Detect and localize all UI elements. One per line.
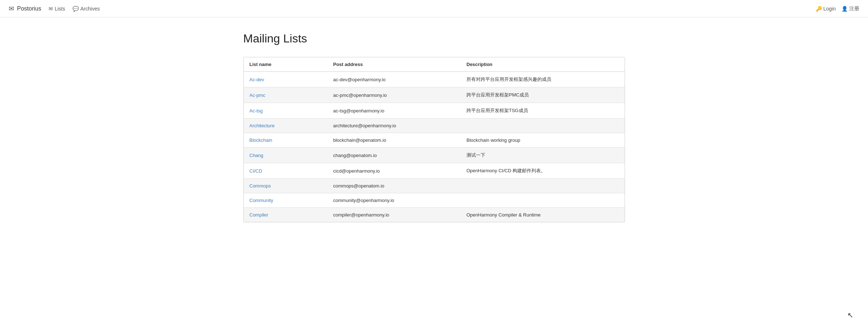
navbar-left: ✉ Postorius ✉ Lists 💬 Archives [9, 5, 100, 13]
table-row: Architecturearchitecture@openharmony.io [244, 119, 625, 133]
table-row: Ac-tsgac-tsg@openharmony.io跨平台应用开发框架TSG成… [244, 103, 625, 119]
table-row: CI/CDcicd@openharmony.ioOpenHarmony CI/C… [244, 163, 625, 179]
table-cell-post-address: architecture@openharmony.io [328, 119, 461, 133]
table-cell-list-name: Commops [244, 179, 328, 193]
register-label: 注册 [849, 5, 859, 12]
table-cell-description: OpenHarmony Compiler & Runtime [461, 208, 625, 222]
table-cell-description: 跨平台应用开发框架PMC成员 [461, 87, 625, 103]
login-link[interactable]: 🔑 Login [816, 6, 836, 12]
table-row: Communitycommunity@openharmony.io [244, 193, 625, 208]
brand-icon: ✉ [9, 5, 14, 13]
register-link[interactable]: 👤 注册 [842, 5, 859, 12]
table-cell-list-name: Chang [244, 148, 328, 163]
list-name-link[interactable]: Chang [250, 153, 263, 158]
table-cell-description: 所有对跨平台应用开发框架感兴趣的成员 [461, 72, 625, 87]
list-name-link[interactable]: Ac-dev [250, 77, 264, 82]
col-header-list-name: List name [244, 57, 328, 72]
col-header-description: Description [461, 57, 625, 72]
nav-archives-link[interactable]: 💬 Archives [73, 6, 100, 12]
table-cell-description: 跨平台应用开发框架TSG成员 [461, 103, 625, 119]
table-cell-post-address: commops@openatom.io [328, 179, 461, 193]
table-row: Commopscommops@openatom.io [244, 179, 625, 193]
list-name-link[interactable]: Ac-tsg [250, 108, 263, 114]
list-name-link[interactable]: Commops [250, 183, 271, 189]
nav-lists-label: Lists [55, 6, 65, 12]
list-name-link[interactable]: Compiler [250, 212, 268, 218]
table-cell-description: 测试一下 [461, 148, 625, 163]
table-cell-description [461, 119, 625, 133]
table-header-row: List name Post address Description [244, 57, 625, 72]
table-cell-description [461, 179, 625, 193]
table-cell-list-name: Ac-tsg [244, 103, 328, 119]
table-cell-post-address: ac-pmc@openharmony.io [328, 87, 461, 103]
brand-link[interactable]: ✉ Postorius [9, 5, 41, 13]
table-cell-post-address: blockchain@openatom.io [328, 133, 461, 148]
table-cell-post-address: chang@openatom.io [328, 148, 461, 163]
table-cell-list-name: Compiler [244, 208, 328, 222]
list-name-link[interactable]: Architecture [250, 123, 275, 128]
table-cell-description: Blockchain working group [461, 133, 625, 148]
nav-archives-label: Archives [81, 6, 100, 12]
col-header-post-address: Post address [328, 57, 461, 72]
table-row: Changchang@openatom.io测试一下 [244, 148, 625, 163]
archives-icon: 💬 [73, 6, 79, 12]
table-body: Ac-devac-dev@openharmony.io所有对跨平台应用开发框架感… [244, 72, 625, 222]
table-cell-list-name: Ac-dev [244, 72, 328, 87]
mailing-list-table-wrapper: List name Post address Description Ac-de… [243, 57, 625, 222]
table-cell-description [461, 193, 625, 208]
table-cell-list-name: Architecture [244, 119, 328, 133]
login-icon: 🔑 [816, 6, 822, 12]
nav-lists-link[interactable]: ✉ Lists [49, 6, 65, 12]
table-cell-list-name: Blockchain [244, 133, 328, 148]
table-row: Compilercompiler@openharmony.ioOpenHarmo… [244, 208, 625, 222]
list-name-link[interactable]: CI/CD [250, 168, 262, 174]
table-row: Ac-devac-dev@openharmony.io所有对跨平台应用开发框架感… [244, 72, 625, 87]
list-name-link[interactable]: Community [250, 198, 273, 203]
page-title: Mailing Lists [243, 32, 625, 45]
login-label: Login [823, 6, 836, 12]
table-cell-list-name: CI/CD [244, 163, 328, 179]
lists-icon: ✉ [49, 6, 53, 12]
brand-name: Postorius [17, 5, 41, 12]
list-name-link[interactable]: Blockchain [250, 137, 272, 143]
table-cell-list-name: Ac-pmc [244, 87, 328, 103]
table-cell-post-address: ac-tsg@openharmony.io [328, 103, 461, 119]
list-name-link[interactable]: Ac-pmc [250, 92, 266, 98]
table-row: Blockchainblockchain@openatom.ioBlockcha… [244, 133, 625, 148]
table-cell-description: OpenHarmony CI/CD 构建邮件列表。 [461, 163, 625, 179]
table-cell-post-address: compiler@openharmony.io [328, 208, 461, 222]
navbar: ✉ Postorius ✉ Lists 💬 Archives 🔑 Login 👤… [0, 0, 868, 17]
table-head: List name Post address Description [244, 57, 625, 72]
register-icon: 👤 [842, 6, 848, 12]
mailing-list-table: List name Post address Description Ac-de… [244, 57, 625, 222]
table-cell-list-name: Community [244, 193, 328, 208]
table-cell-post-address: community@openharmony.io [328, 193, 461, 208]
main-content: Mailing Lists List name Post address Des… [235, 17, 634, 237]
table-cell-post-address: ac-dev@openharmony.io [328, 72, 461, 87]
navbar-right: 🔑 Login 👤 注册 [816, 5, 859, 12]
table-row: Ac-pmcac-pmc@openharmony.io跨平台应用开发框架PMC成… [244, 87, 625, 103]
table-cell-post-address: cicd@openharmony.io [328, 163, 461, 179]
